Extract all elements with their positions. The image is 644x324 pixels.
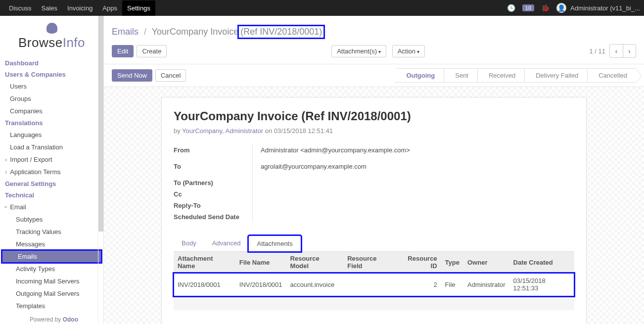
label-to-partners: To (Partners) bbox=[174, 177, 252, 188]
topbar: Discuss Sales Invoicing Apps Settings 🕓 … bbox=[0, 0, 644, 16]
sidebar-section-general[interactable]: General Settings bbox=[0, 178, 103, 189]
attachments-table: Attachment Name File Name Resource Model… bbox=[174, 252, 574, 310]
tab-body[interactable]: Body bbox=[174, 235, 204, 251]
cell-file: INV/2018/0001 bbox=[235, 273, 286, 296]
logo-icon bbox=[46, 23, 57, 34]
cell-model: account.invoice bbox=[286, 273, 344, 296]
status-outgoing[interactable]: Outgoing bbox=[395, 68, 444, 83]
sidebar-item-tracking[interactable]: Tracking Values bbox=[0, 226, 103, 238]
breadcrumb-current-prefix: YourCompany Invoice bbox=[152, 27, 238, 37]
debug-icon[interactable]: 🐞 bbox=[538, 4, 552, 12]
odoo-link[interactable]: Odoo bbox=[63, 316, 78, 323]
author-link[interactable]: YourCompany, Administrator bbox=[182, 127, 263, 135]
table-row[interactable]: INV/2018/0001 INV/2018/0001 account.invo… bbox=[174, 273, 574, 296]
control-panel: Emails / YourCompany Invoice (Ref INV/20… bbox=[104, 16, 644, 64]
clock-icon[interactable]: 🕓 bbox=[504, 4, 518, 12]
topnav-sales[interactable]: Sales bbox=[37, 0, 63, 16]
sidebar-item-load-translation[interactable]: Load a Translation bbox=[0, 141, 103, 153]
topnav-settings[interactable]: Settings bbox=[122, 0, 155, 16]
edit-button[interactable]: Edit bbox=[112, 45, 134, 57]
th-owner[interactable]: Owner bbox=[463, 252, 509, 273]
sidebar-item-groups[interactable]: Groups bbox=[0, 93, 103, 105]
label-to: To bbox=[174, 161, 252, 172]
th-model[interactable]: Resource Model bbox=[286, 252, 344, 273]
powered-by: Powered by Odoo bbox=[0, 312, 103, 324]
action-dropdown[interactable]: Action bbox=[392, 45, 425, 57]
user-menu[interactable]: Administrator (v11_bi_... bbox=[570, 4, 640, 12]
th-file[interactable]: File Name bbox=[235, 252, 286, 273]
status-received[interactable]: Received bbox=[477, 68, 524, 83]
pager-prev[interactable]: ‹ bbox=[610, 45, 623, 57]
th-date[interactable]: Date Created bbox=[509, 252, 574, 273]
label-from: From bbox=[174, 144, 252, 156]
tab-attachments[interactable]: Attachments bbox=[248, 235, 301, 252]
fields-block: From To To (Partners) Cc Reply-To Schedu… bbox=[174, 144, 574, 232]
logo: BrowseInfo bbox=[0, 18, 103, 57]
topnav-invoicing[interactable]: Invoicing bbox=[62, 0, 97, 16]
pager-next[interactable]: › bbox=[623, 45, 636, 57]
cell-type: File bbox=[441, 273, 463, 296]
sidebar-section-technical[interactable]: Technical bbox=[0, 189, 103, 201]
avatar[interactable]: 👤 bbox=[556, 3, 566, 13]
attachments-dropdown[interactable]: Attachment(s) bbox=[331, 45, 386, 57]
sidebar-item-outgoing[interactable]: Outgoing Mail Servers bbox=[0, 287, 103, 300]
th-resid[interactable]: Resource ID bbox=[396, 252, 441, 273]
sidebar-section-dashboard[interactable]: Dashboard bbox=[0, 57, 103, 69]
main: Emails / YourCompany Invoice (Ref INV/20… bbox=[104, 16, 644, 324]
sidebar-section-translations[interactable]: Translations bbox=[0, 117, 103, 129]
sidebar-item-import-export[interactable]: Import / Export bbox=[0, 153, 103, 166]
sidebar-item-subtypes[interactable]: Subtypes bbox=[0, 213, 103, 226]
sidebar-item-messages[interactable]: Messages bbox=[0, 238, 103, 250]
sidebar-section-users[interactable]: Users & Companies bbox=[0, 69, 103, 80]
topbar-menu: Discuss Sales Invoicing Apps Settings bbox=[4, 0, 155, 16]
cancel-button[interactable]: Cancel bbox=[155, 69, 186, 82]
sidebar-item-activity-types[interactable]: Activity Types bbox=[0, 263, 103, 275]
breadcrumb: Emails / YourCompany Invoice (Ref INV/20… bbox=[112, 26, 636, 38]
sidebar-item-users[interactable]: Users bbox=[0, 80, 103, 93]
sidebar-item-companies[interactable]: Companies bbox=[0, 105, 103, 117]
value-from: Administrator <admin@yourcompany.example… bbox=[261, 144, 574, 156]
page-title: YourCompany Invoice (Ref INV/2018/0001) bbox=[174, 109, 574, 123]
cell-date: 03/15/2018 12:51:33 bbox=[509, 273, 574, 296]
breadcrumb-ref: (Ref INV/2018/0001) bbox=[238, 26, 324, 38]
cell-name: INV/2018/0001 bbox=[174, 273, 235, 296]
status-failed[interactable]: Delivery Failed bbox=[524, 68, 587, 83]
sidebar-item-app-terms[interactable]: Application Terms bbox=[0, 166, 103, 178]
sidebar-item-email[interactable]: Email bbox=[0, 201, 103, 213]
create-button[interactable]: Create bbox=[137, 45, 167, 57]
topnav-discuss[interactable]: Discuss bbox=[4, 0, 37, 16]
sidebar-item-emails[interactable]: Emails bbox=[2, 250, 101, 263]
cell-owner: Administrator bbox=[463, 273, 509, 296]
cell-field bbox=[343, 273, 396, 296]
th-name[interactable]: Attachment Name bbox=[174, 252, 235, 273]
sidebar: BrowseInfo Dashboard Users & Companies U… bbox=[0, 16, 104, 324]
logo-text-a: Browse bbox=[18, 35, 63, 50]
pager-text[interactable]: 1 / 11 bbox=[589, 47, 605, 55]
value-to: agrolait@yourcompany.example.com bbox=[261, 161, 574, 172]
sidebar-item-languages[interactable]: Languages bbox=[0, 129, 103, 141]
label-scheduled: Scheduled Send Date bbox=[174, 211, 252, 223]
label-reply-to: Reply-To bbox=[174, 200, 252, 211]
th-field[interactable]: Resource Field bbox=[343, 252, 396, 273]
status-sent[interactable]: Sent bbox=[444, 68, 477, 83]
logo-text-b: Info bbox=[63, 35, 85, 50]
cell-resid: 2 bbox=[396, 273, 441, 296]
form-area: YourCompany Invoice (Ref INV/2018/0001) … bbox=[104, 87, 644, 324]
status-steps: Outgoing Sent Received Delivery Failed C… bbox=[395, 68, 636, 83]
sidebar-item-incoming[interactable]: Incoming Mail Servers bbox=[0, 275, 103, 287]
statusbar: Send Now Cancel Outgoing Sent Received D… bbox=[104, 64, 644, 87]
table-footer bbox=[174, 296, 574, 310]
status-cancelled[interactable]: Cancelled bbox=[587, 68, 636, 83]
topnav-apps[interactable]: Apps bbox=[97, 0, 122, 16]
sidebar-item-templates[interactable]: Templates bbox=[0, 300, 103, 312]
messages-badge[interactable]: 10 bbox=[522, 4, 534, 11]
breadcrumb-root[interactable]: Emails bbox=[112, 27, 138, 37]
send-now-button[interactable]: Send Now bbox=[112, 69, 152, 82]
form-sheet: YourCompany Invoice (Ref INV/2018/0001) … bbox=[161, 97, 587, 324]
th-type[interactable]: Type bbox=[441, 252, 463, 273]
pager-buttons: ‹ › bbox=[609, 44, 636, 58]
label-cc: Cc bbox=[174, 188, 252, 200]
topbar-right: 🕓 10 🐞 👤 Administrator (v11_bi_... bbox=[504, 3, 640, 13]
tab-advanced[interactable]: Advanced bbox=[204, 235, 249, 251]
byline: by YourCompany, Administrator on 03/15/2… bbox=[174, 127, 574, 135]
